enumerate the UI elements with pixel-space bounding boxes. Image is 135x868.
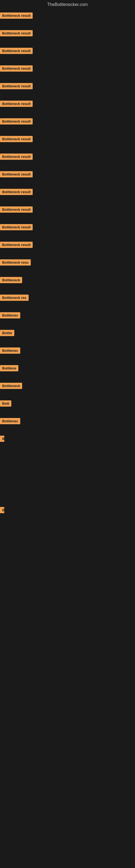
bottleneck-item: Bottleneck result <box>0 222 135 240</box>
bottleneck-item: Bottleneck result <box>0 45 135 63</box>
bottleneck-item: Bottleneck result <box>0 134 135 151</box>
bottleneck-label: Bottleneck res <box>0 294 29 301</box>
bottleneck-label: B <box>0 436 4 442</box>
bottleneck-label: Bottleneck result <box>0 30 33 36</box>
bottleneck-label: Bottleneck <box>0 277 22 283</box>
bottleneck-item: Bottleneck result <box>0 98 135 116</box>
bottleneck-label: Bottleneck result <box>0 136 33 142</box>
bottleneck-label: Bottleneck result <box>0 118 33 124</box>
bottleneck-item: Bottleneck <box>0 275 135 292</box>
site-title: TheBottlenecker.com <box>0 0 135 10</box>
bottleneck-item: Bottleneck result <box>0 28 135 45</box>
bottleneck-item: Bottle <box>0 328 135 345</box>
bottleneck-item: Bottlene <box>0 363 135 380</box>
bottleneck-item: Bottleneck result <box>0 81 135 98</box>
bottleneck-item: Bottleneck result <box>0 204 135 222</box>
bottleneck-label: Bottleneck result <box>0 224 33 230</box>
bottleneck-label: Bott <box>0 400 11 407</box>
bottleneck-label: Bottleneck resu <box>0 259 31 266</box>
bottleneck-label: Bottleneck result <box>0 65 33 72</box>
bottleneck-label: B <box>0 507 4 513</box>
bottleneck-item <box>0 558 135 576</box>
bottleneck-label: Bottleneck result <box>0 207 33 213</box>
bottleneck-item: B <box>0 433 135 451</box>
bottleneck-item: Bottleneck result <box>0 169 135 187</box>
bottleneck-label: Bottlenec <box>0 418 20 424</box>
bottleneck-item <box>0 451 135 469</box>
bottleneck-label: Bottleneck result <box>0 101 33 107</box>
bottleneck-item <box>0 522 135 540</box>
bottleneck-item: Bottleneck result <box>0 187 135 204</box>
bottleneck-item: Bottlenec <box>0 345 135 363</box>
bottleneck-label: Bottleneck result <box>0 83 33 89</box>
bottleneck-item: Bottleneck res <box>0 292 135 310</box>
bottleneck-item: Bottleneck result <box>0 116 135 134</box>
bottleneck-label: Bottleneck result <box>0 171 33 177</box>
bottleneck-label: Bottlenec <box>0 347 20 354</box>
bottleneck-item: Bott <box>0 398 135 416</box>
bottleneck-label: Bottlene <box>0 365 18 371</box>
bottleneck-item <box>0 469 135 487</box>
bottleneck-item: Bottlenec <box>0 416 135 433</box>
bottleneck-item: Bottleneck result <box>0 240 135 257</box>
items-container: Bottleneck resultBottleneck resultBottle… <box>0 10 135 576</box>
bottleneck-label: Bottle <box>0 330 14 336</box>
bottleneck-label: Bottleneck result <box>0 154 33 160</box>
bottleneck-item <box>0 540 135 558</box>
bottleneck-item: B <box>0 505 135 522</box>
bottleneck-item: Bottlenec <box>0 310 135 328</box>
bottleneck-label: Bottleneck <box>0 383 22 389</box>
bottleneck-label: Bottleneck result <box>0 48 33 54</box>
bottleneck-label: Bottleneck result <box>0 189 33 195</box>
bottleneck-label: Bottleneck result <box>0 12 33 19</box>
bottleneck-item: Bottleneck <box>0 380 135 398</box>
bottleneck-item: Bottleneck result <box>0 63 135 81</box>
bottleneck-label: Bottleneck result <box>0 242 33 248</box>
bottleneck-item: Bottleneck resu <box>0 257 135 275</box>
bottleneck-item: Bottleneck result <box>0 10 135 28</box>
bottleneck-item <box>0 487 135 505</box>
bottleneck-label: Bottlenec <box>0 312 20 318</box>
bottleneck-item: Bottleneck result <box>0 151 135 169</box>
